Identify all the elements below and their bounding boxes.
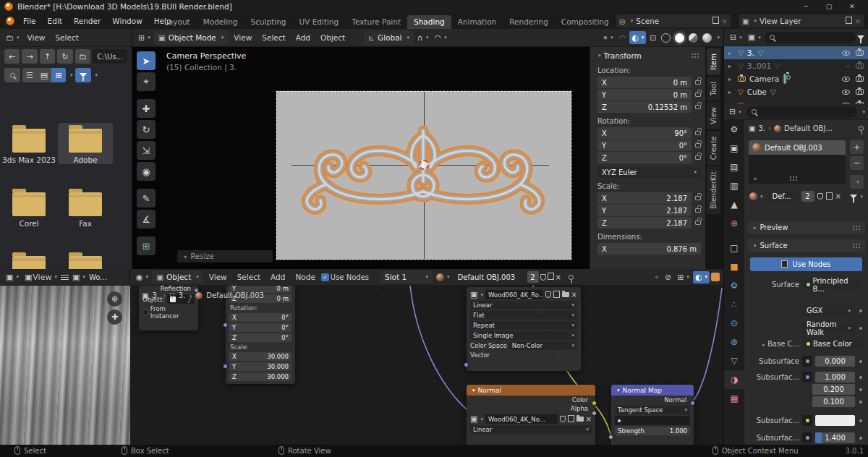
subsurface-color-swatch[interactable] [815, 415, 855, 426]
new-view-layer-icon[interactable] [847, 18, 852, 24]
minimize-button[interactable]: ─ [794, 0, 817, 13]
fake-user-icon[interactable] [540, 274, 546, 281]
keyframe-dot-icon[interactable] [859, 309, 862, 312]
subsurface-ior-slider[interactable]: 1.400 [815, 432, 855, 443]
sidebar-tab-view[interactable]: View [707, 102, 720, 129]
outliner-row-partial[interactable]: ▸▽ [724, 98, 868, 104]
editor-type-icon[interactable]: 🗀▾ [4, 33, 22, 43]
shading-solid-icon[interactable] [675, 33, 684, 43]
sss-radius-b-field[interactable]: 0.100 [812, 396, 855, 407]
subsurface-value-field[interactable]: 0.000 [815, 356, 855, 367]
material-name-field[interactable]: Default OBJ.003 [454, 271, 526, 283]
keyframe-dot-icon[interactable] [859, 437, 862, 440]
rotation-y-field[interactable]: Y0° [229, 323, 292, 332]
slot-dropdown[interactable]: Slot 1▾ [380, 271, 433, 283]
select-menu[interactable]: Select [258, 33, 289, 42]
overlays-icon[interactable]: ◠ [617, 33, 629, 43]
unlink-image-icon[interactable]: × [586, 415, 592, 423]
tool-cursor[interactable]: ⌖ [137, 72, 156, 91]
color-output-socket[interactable] [592, 401, 597, 406]
socket-icon[interactable] [802, 356, 812, 367]
unlink-scene-icon[interactable]: × [722, 17, 728, 25]
xray-icon[interactable]: ⊡ [647, 33, 658, 43]
folder-item[interactable]: 3ds Max 2023 [1, 123, 56, 164]
view-menu[interactable]: View [229, 33, 256, 42]
gizmo-icon[interactable]: ◐▾ [629, 31, 646, 44]
strength-slider[interactable]: Strength1.000 [615, 427, 690, 435]
node-mapping[interactable]: Y0 m Z0 m Rotation: X0° Y0° Z0° Scale: X… [226, 286, 295, 384]
tab-tool[interactable]: ⚙ [724, 120, 744, 139]
shading-material-icon[interactable] [689, 33, 698, 43]
refresh-icon[interactable]: ↻ [57, 49, 72, 64]
from-instancer-checkbox[interactable] [142, 309, 148, 315]
path-field[interactable]: C:\Us... [93, 49, 127, 64]
folder-item[interactable] [1, 250, 56, 269]
tool-transform[interactable]: ◉ [137, 162, 156, 181]
file-select-menu[interactable]: Select [51, 33, 82, 42]
copy-material-icon[interactable] [827, 194, 833, 200]
rotation-x-field[interactable]: X0° [229, 313, 292, 322]
lock-icon[interactable] [695, 105, 701, 109]
sidebar-tab-create[interactable]: Create [707, 131, 720, 165]
folder-item[interactable]: Corel [1, 187, 56, 228]
editor-type-icon[interactable]: ⊞▾ [136, 33, 153, 43]
outliner-row-selected[interactable]: ▸ ▽ 3. ▽ [724, 46, 868, 59]
thumbnail-view-icon[interactable]: ⊞ [51, 68, 66, 82]
ornament-object[interactable] [289, 119, 558, 228]
node-header[interactable]: ▾Normal Map [611, 385, 694, 396]
tab-modifiers[interactable]: ⚙ [724, 276, 744, 295]
tool-scale[interactable]: ⇲ [137, 141, 156, 160]
users-count[interactable]: 2 [527, 271, 539, 283]
scene-selector[interactable]: ◎▾ Scene × [616, 14, 731, 27]
tab-object[interactable]: ■ [724, 257, 744, 276]
rotation-x-field[interactable]: X90° [597, 127, 692, 139]
base-color-input-button[interactable]: Base Color [802, 338, 862, 349]
filter-options-chevron[interactable]: ▾ [95, 72, 98, 78]
menu-file[interactable]: File [17, 17, 42, 25]
expand-icon[interactable]: ▸ [728, 50, 734, 56]
node-menu[interactable]: Node [291, 273, 319, 281]
tab-render[interactable]: ▣ [724, 139, 744, 158]
preview-panel-header[interactable]: ▸Preview [747, 221, 865, 234]
tab-sculpting[interactable]: Sculpting [244, 15, 292, 29]
new-scene-icon[interactable] [714, 18, 719, 24]
socket-icon[interactable] [802, 372, 812, 383]
forward-icon[interactable]: → [22, 49, 37, 64]
hide-viewport-icon[interactable] [842, 51, 850, 56]
location-z-field[interactable]: Z0.12532 m [597, 101, 692, 113]
parent-node-tree-icon[interactable]: ⌖ [652, 273, 661, 282]
distribution-dropdown[interactable]: GGX▾ [802, 305, 855, 316]
unlink-material-icon[interactable]: × [556, 273, 561, 281]
breadcrumb-material[interactable]: Default OBJ... [784, 124, 833, 132]
tab-texture-paint[interactable]: Texture Paint [345, 15, 407, 29]
back-icon[interactable]: ← [4, 49, 20, 64]
view-menu[interactable]: View [205, 273, 231, 281]
copy-image-icon[interactable] [555, 292, 560, 298]
tab-object-data[interactable]: ▽ [724, 351, 744, 370]
disable-render-icon[interactable] [856, 50, 864, 56]
remove-slot-button[interactable]: − [850, 156, 864, 170]
sss-method-dropdown[interactable]: Random Walk▾ [802, 323, 855, 333]
node-normal-map[interactable]: ▾Normal Map Normal Tangent Space▾ Streng… [611, 385, 694, 445]
rotation-mode-dropdown[interactable]: XYZ Euler▾ [597, 166, 701, 178]
tab-world[interactable]: ⊕ [724, 214, 744, 233]
shading-wireframe-icon[interactable] [661, 33, 671, 43]
blender-menu-icon[interactable] [6, 17, 14, 25]
shader-type-dropdown[interactable]: ▣Object▾ [152, 271, 203, 283]
interpolation-dropdown[interactable]: Linear▾ [470, 425, 592, 434]
uv-map-field[interactable] [615, 416, 690, 425]
pin-icon[interactable] [859, 126, 864, 131]
sidebar-tab-item[interactable]: Item [707, 48, 720, 75]
operator-panel-resize[interactable]: ▸Resize [177, 250, 273, 262]
disable-render-icon[interactable] [856, 89, 864, 95]
socket-icon[interactable] [802, 432, 812, 443]
copy-image-icon[interactable] [569, 417, 574, 422]
tool-rotate[interactable]: ↻ [137, 120, 156, 139]
maximize-button[interactable]: ▢ [817, 0, 841, 13]
strength-input-socket[interactable] [608, 435, 613, 440]
disable-render-icon[interactable] [856, 63, 864, 69]
lock-icon[interactable] [695, 221, 701, 225]
outliner-row[interactable]: ▸ ▽ Cube ▽ [724, 85, 868, 98]
outliner-row[interactable]: ▸ ▽ 3..001 ▽ ⌄ [724, 59, 868, 72]
sidebar-tab-blenderkit[interactable]: BlenderKit [707, 166, 720, 214]
